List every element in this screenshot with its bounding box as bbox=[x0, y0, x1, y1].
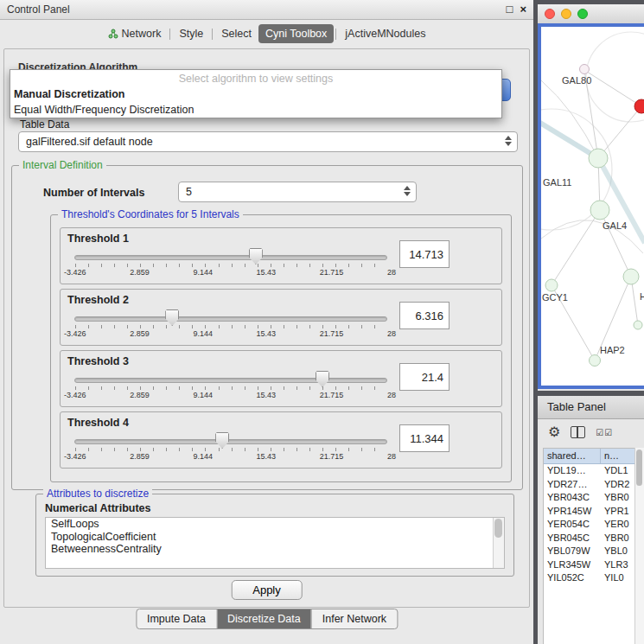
cell-shared-name: YIL052C bbox=[544, 571, 601, 585]
slider-thumb[interactable] bbox=[165, 309, 179, 326]
algorithm-option-manual[interactable]: Manual Discretization bbox=[10, 86, 501, 102]
threshold-panel-4: Threshold 4 -3.426 2.859 9.144 15.43 21.… bbox=[60, 411, 502, 469]
table-row[interactable]: YIL052C YIL0 bbox=[544, 571, 634, 585]
tab-jactivemnodules[interactable]: jActiveMNodules bbox=[338, 24, 432, 43]
table-row[interactable]: YDL19… YDL1 bbox=[544, 464, 634, 478]
slider-track[interactable] bbox=[74, 439, 387, 444]
node-table[interactable]: shared… n… YDL19… YDL1 YDR27… YDR2 YBR04… bbox=[543, 448, 635, 644]
slider-track[interactable] bbox=[74, 316, 387, 322]
tab-network-label: Network bbox=[122, 28, 162, 40]
column-header-name[interactable]: n… bbox=[601, 449, 634, 463]
node-gcy1[interactable] bbox=[545, 279, 558, 291]
table-panel-titlebar[interactable]: Table Panel bbox=[538, 396, 644, 419]
cell-name: YER0 bbox=[601, 518, 634, 532]
table-row[interactable]: YPR145W YPR1 bbox=[544, 505, 634, 519]
table-scrollbar[interactable] bbox=[634, 448, 644, 644]
network-canvas[interactable]: GAL80 GAL11 GAL4 GCY1 HAP2 H bbox=[538, 23, 644, 389]
tab-cyni-toolbox[interactable]: Cyni Toolbox bbox=[258, 24, 334, 43]
control-panel-titlebar[interactable]: Control Panel □ × bbox=[0, 0, 533, 20]
cell-shared-name: YER054C bbox=[544, 518, 601, 532]
minimize-traffic-light[interactable] bbox=[561, 9, 571, 19]
threshold-1-value-field[interactable]: 14.713 bbox=[399, 240, 450, 268]
threshold-2-slider[interactable]: -3.426 2.859 9.144 15.43 21.715 28 bbox=[74, 309, 387, 342]
slider-thumb[interactable] bbox=[215, 432, 229, 449]
column-header-shared-name[interactable]: shared… bbox=[544, 449, 601, 463]
attributes-group: Attributes to discretize Numerical Attri… bbox=[35, 494, 514, 577]
tab-discretize-data[interactable]: Discretize Data bbox=[217, 609, 312, 628]
columns-icon[interactable] bbox=[571, 426, 585, 438]
list-item[interactable]: TopologicalCoefficient bbox=[46, 531, 504, 544]
number-of-intervals-label: Number of Intervals bbox=[43, 187, 144, 199]
network-view-window: GAL80 GAL11 GAL4 GCY1 HAP2 H bbox=[538, 4, 644, 391]
slider-track[interactable] bbox=[74, 255, 387, 260]
numerical-attributes-label: Numerical Attributes bbox=[45, 502, 150, 514]
slider-ticks bbox=[75, 386, 387, 390]
threshold-3-value-field[interactable]: 21.4 bbox=[399, 363, 450, 391]
algorithm-dropdown-list: Select algorithm to view settings Manual… bbox=[10, 69, 502, 118]
window-title: Control Panel bbox=[7, 0, 70, 19]
tab-style[interactable]: Style bbox=[172, 24, 210, 43]
tab-network[interactable]: Network bbox=[101, 24, 169, 43]
node-gal4[interactable] bbox=[590, 201, 609, 220]
threshold-1-slider[interactable]: -3.426 2.859 9.144 15.43 21.715 28 bbox=[74, 248, 387, 281]
apply-button[interactable]: Apply bbox=[231, 580, 303, 600]
thresholds-group: Threshold's Coordinates for 5 Intervals … bbox=[50, 214, 512, 482]
close-icon[interactable]: × bbox=[520, 0, 526, 19]
node-selected-red[interactable] bbox=[634, 99, 644, 113]
table-row[interactable]: YDR27… YDR2 bbox=[544, 478, 634, 492]
tab-jactivemnodules-label: jActiveMNodules bbox=[345, 28, 425, 40]
tab-infer-network[interactable]: Infer Network bbox=[312, 609, 397, 628]
node-h[interactable] bbox=[623, 269, 639, 284]
list-item[interactable]: BetweennessCentrality bbox=[46, 543, 504, 556]
node-gal11[interactable] bbox=[589, 149, 608, 168]
threshold-2-value-field[interactable]: 6.316 bbox=[399, 302, 450, 329]
tab-select[interactable]: Select bbox=[214, 24, 258, 43]
table-data-selected-value: galFiltered.sif default node bbox=[26, 136, 153, 148]
tab-style-label: Style bbox=[179, 28, 203, 40]
slider-ticks bbox=[75, 325, 387, 328]
table-row[interactable]: YBR045C YBR0 bbox=[544, 532, 634, 545]
zoom-traffic-light[interactable] bbox=[577, 9, 588, 19]
number-of-intervals-combobox[interactable]: 5 bbox=[178, 182, 417, 202]
node-label-gal11: GAL11 bbox=[543, 177, 571, 188]
threshold-4-slider[interactable]: -3.426 2.859 9.144 15.43 21.715 28 bbox=[74, 432, 387, 465]
table-panel-toolbar: ⚙ ☑☑ bbox=[538, 419, 644, 445]
tick-label: 9.144 bbox=[193, 452, 213, 461]
table-data-combobox[interactable]: galFiltered.sif default node bbox=[18, 131, 518, 152]
algorithm-placeholder-option[interactable]: Select algorithm to view settings bbox=[10, 70, 501, 86]
tab-impute-data[interactable]: Impute Data bbox=[137, 609, 217, 628]
list-scrollbar[interactable] bbox=[493, 518, 504, 568]
gear-icon[interactable]: ⚙ bbox=[548, 425, 560, 439]
slider-thumb[interactable] bbox=[316, 371, 329, 387]
interval-definition-title: Interval Definition bbox=[19, 159, 106, 171]
slider-thumb[interactable] bbox=[249, 248, 263, 265]
threshold-3-slider[interactable]: -3.426 2.859 9.144 15.43 21.715 28 bbox=[74, 371, 387, 404]
cell-name: YLR3 bbox=[601, 558, 634, 572]
slider-track[interactable] bbox=[74, 378, 387, 383]
scrollbar-thumb[interactable] bbox=[494, 519, 502, 538]
network-window-titlebar[interactable] bbox=[538, 4, 644, 24]
node-unlabeled[interactable] bbox=[634, 321, 642, 329]
scrollbar-thumb[interactable] bbox=[636, 450, 642, 486]
cyni-toolbox-panel: Discretization Algorithm Select algorith… bbox=[3, 48, 530, 608]
numerical-attributes-list[interactable]: SelfLoops TopologicalCoefficient Between… bbox=[45, 517, 505, 569]
cell-name: YDR2 bbox=[601, 478, 634, 492]
threshold-4-value-field[interactable]: 11.344 bbox=[399, 424, 450, 452]
select-columns-icon[interactable]: ☑☑ bbox=[596, 428, 613, 437]
table-row[interactable]: YLR345W YLR3 bbox=[544, 558, 634, 572]
float-window-icon[interactable]: □ bbox=[507, 0, 513, 19]
slider-tick-labels: -3.426 2.859 9.144 15.43 21.715 28 bbox=[64, 391, 396, 399]
threshold-panel-2: Threshold 2 -3.426 2.859 9.144 15.43 21.… bbox=[60, 289, 502, 346]
tick-label: 2.859 bbox=[130, 329, 150, 338]
node-hap2[interactable] bbox=[590, 355, 601, 367]
node-gal80[interactable] bbox=[580, 65, 590, 74]
tick-label: 21.715 bbox=[320, 452, 344, 461]
table-row[interactable]: YBL079W YBL0 bbox=[544, 545, 634, 558]
close-traffic-light[interactable] bbox=[545, 9, 555, 19]
list-item[interactable]: SelfLoops bbox=[46, 518, 504, 531]
tick-label: 15.43 bbox=[257, 391, 277, 399]
table-row[interactable]: YER054C YER0 bbox=[544, 518, 634, 532]
table-row[interactable]: YBR043C YBR0 bbox=[544, 491, 634, 505]
cell-name: YBR0 bbox=[601, 491, 634, 505]
algorithm-option-equal-width[interactable]: Equal Width/Frequency Discretization bbox=[10, 102, 501, 118]
